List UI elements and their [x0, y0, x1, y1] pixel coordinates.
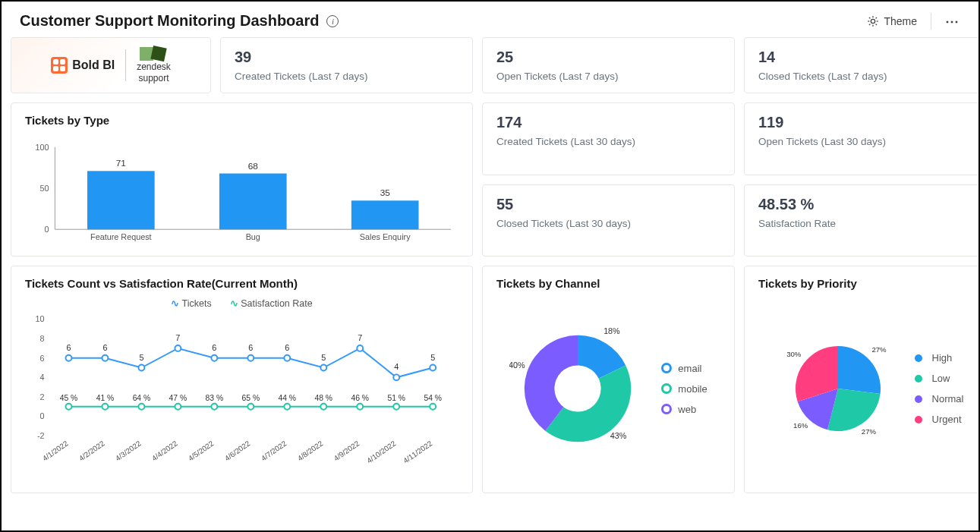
legend-item-high: High: [914, 352, 964, 364]
svg-point-54: [102, 404, 108, 410]
legend-label: Urgent: [932, 414, 962, 425]
legend-swatch-icon: [914, 354, 926, 363]
svg-text:64 %: 64 %: [133, 394, 151, 402]
theme-icon: [867, 15, 879, 27]
legend-label: web: [678, 404, 696, 415]
svg-text:6: 6: [102, 343, 107, 352]
brand-card: Bold BI zendesk support: [11, 37, 211, 93]
svg-text:4/8/2022: 4/8/2022: [296, 439, 325, 463]
priority-legend: High Low Normal Urgent: [914, 352, 964, 425]
svg-text:27%: 27%: [871, 345, 887, 354]
svg-text:4/6/2022: 4/6/2022: [223, 439, 252, 463]
zendesk-logo: zendesk support: [137, 47, 171, 83]
svg-point-62: [247, 404, 254, 410]
svg-text:5: 5: [321, 353, 326, 362]
more-options-button[interactable]: ⋯: [945, 13, 960, 30]
svg-text:4: 4: [394, 362, 399, 371]
theme-button[interactable]: Theme: [867, 15, 917, 27]
legend-swatch-icon: [914, 415, 926, 424]
legend-item-satisfaction: ∿ Satisfaction Rate: [230, 297, 313, 309]
kpi-created-30d: 174 Created Tickets (Last 30 days): [482, 102, 735, 175]
legend-swatch-icon: [914, 395, 926, 404]
legend-label: email: [678, 363, 701, 374]
svg-text:16%: 16%: [793, 421, 808, 430]
svg-text:54 %: 54 %: [424, 394, 442, 402]
svg-point-68: [357, 404, 363, 410]
line-chart-legend: ∿ Tickets ∿ Satisfaction Rate: [25, 297, 458, 309]
pie-chart-svg: 27%27%16%30%: [777, 328, 899, 449]
boldbi-logo: Bold BI: [51, 57, 115, 74]
chart-title: Tickets Count vs Satisfaction Rate(Curre…: [25, 277, 458, 290]
svg-point-56: [138, 404, 144, 410]
legend-label: Tickets: [182, 298, 212, 309]
svg-point-30: [66, 355, 72, 361]
chart-tickets-by-priority: Tickets by Priority 27%27%16%30% High Lo…: [744, 266, 980, 493]
legend-item-tickets: ∿ Tickets: [171, 297, 211, 309]
legend-item-email: email: [661, 363, 707, 374]
svg-point-93: [915, 354, 922, 362]
svg-point-96: [915, 416, 922, 423]
donut-chart-svg: 18%43%40%: [509, 320, 646, 457]
svg-point-36: [175, 345, 181, 351]
svg-text:6: 6: [66, 343, 71, 352]
svg-point-64: [284, 404, 290, 410]
kpi-created-7d: 39 Created Tickets (Last 7 days): [220, 37, 473, 93]
svg-text:-2: -2: [37, 431, 45, 440]
kpi-value: 119: [758, 114, 980, 131]
svg-text:4/5/2022: 4/5/2022: [187, 439, 216, 463]
chart-title: Tickets by Type: [25, 114, 458, 127]
svg-line-8: [876, 17, 877, 18]
kpi-value: 174: [496, 114, 720, 131]
svg-point-46: [357, 345, 363, 351]
svg-text:100: 100: [35, 143, 49, 152]
header-left: Customer Support Monitoring Dashboard i: [20, 12, 339, 30]
dashboard-header: Customer Support Monitoring Dashboard i …: [2, 2, 978, 37]
legend-item-low: Low: [914, 373, 964, 384]
svg-text:0: 0: [44, 225, 49, 234]
chart-tickets-vs-satisfaction: Tickets Count vs Satisfaction Rate(Curre…: [11, 266, 473, 493]
svg-rect-14: [87, 171, 155, 229]
svg-text:4/11/2022: 4/11/2022: [402, 439, 433, 465]
svg-text:40%: 40%: [509, 360, 525, 370]
legend-swatch-icon: [661, 383, 672, 394]
svg-point-44: [320, 365, 326, 371]
svg-text:7: 7: [175, 333, 180, 342]
kpi-closed-30d: 55 Closed Tickets (Last 30 days): [482, 184, 735, 257]
kpi-closed-7d: 14 Closed Tickets (Last 7 days): [744, 37, 980, 93]
svg-text:35: 35: [380, 187, 391, 198]
svg-text:18%: 18%: [603, 326, 620, 335]
kpi-value: 14: [758, 49, 980, 66]
svg-rect-17: [219, 174, 287, 230]
svg-text:8: 8: [40, 334, 45, 343]
kpi-satisfaction: 48.53 % Satisfaction Rate: [744, 184, 980, 257]
svg-text:71: 71: [116, 158, 126, 168]
legend-label: Normal: [932, 393, 964, 405]
kpi-open-30d: 119 Open Tickets (Last 30 days): [744, 102, 980, 175]
svg-text:6: 6: [212, 343, 216, 352]
logo-divider: [125, 49, 126, 81]
kpi-label: Closed Tickets (Last 30 days): [496, 218, 720, 229]
kpi-value: 48.53 %: [758, 196, 980, 213]
bar-chart-svg: 05010071Feature Request68Bug35Sales Enqu…: [25, 134, 458, 248]
zendesk-logo-icon: [140, 47, 167, 61]
kpi-value: 55: [496, 196, 720, 213]
svg-point-0: [871, 19, 875, 23]
svg-text:47 %: 47 %: [169, 394, 187, 402]
svg-text:7: 7: [358, 333, 362, 342]
svg-text:6: 6: [40, 354, 45, 363]
svg-text:68: 68: [248, 161, 259, 172]
kpi-label: Open Tickets (Last 7 days): [496, 71, 720, 82]
svg-text:45 %: 45 %: [60, 394, 78, 402]
svg-point-95: [915, 395, 922, 403]
boldbi-logo-icon: [51, 57, 68, 74]
svg-point-50: [430, 365, 436, 371]
legend-item-normal: Normal: [914, 393, 964, 405]
legend-item-web: web: [661, 404, 707, 415]
info-icon[interactable]: i: [326, 15, 339, 27]
svg-text:10: 10: [36, 314, 45, 323]
svg-point-94: [915, 375, 922, 382]
svg-text:65 %: 65 %: [242, 394, 260, 402]
legend-swatch-icon: [661, 404, 672, 414]
line-chart-svg: -202468106657666574545 %41 %64 %47 %83 %…: [25, 313, 458, 473]
zendesk-logo-text-1: zendesk: [137, 62, 171, 72]
